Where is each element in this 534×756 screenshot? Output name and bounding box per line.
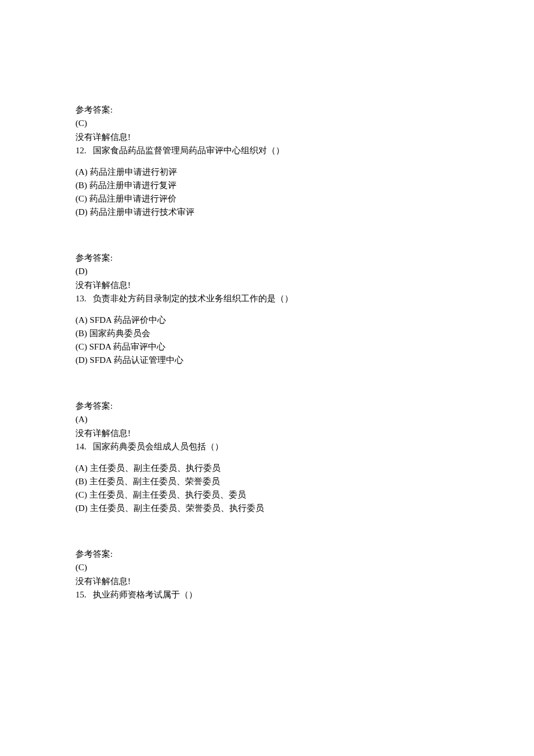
question-line: 13. 负责非处方药目录制定的技术业务组织工作的是（）	[75, 292, 459, 305]
no-detail: 没有详解信息!	[75, 427, 459, 440]
question-text: 国家药典委员会组成人员包括（）	[93, 442, 223, 451]
option-c: (C) SFDA 药品审评中心	[75, 340, 459, 354]
answer-header: 参考答案:	[75, 548, 459, 561]
option-b: (B) 药品注册申请进行复评	[75, 179, 459, 192]
no-detail: 没有详解信息!	[75, 279, 459, 292]
question-text: 负责非处方药目录制定的技术业务组织工作的是（）	[93, 294, 293, 303]
no-detail: 没有详解信息!	[75, 131, 459, 144]
option-d: (D) 主任委员、副主任委员、荣誉委员、执行委员	[75, 502, 459, 515]
question-text: 国家食品药品监督管理局药品审评中心组织对（）	[93, 146, 284, 155]
option-c: (C) 主任委员、副主任委员、执行委员、委员	[75, 488, 459, 502]
answer-value: (A)	[75, 413, 459, 426]
answer-header: 参考答案:	[75, 103, 459, 117]
question-text: 执业药师资格考试属于（）	[93, 590, 197, 599]
option-a: (A) SFDA 药品评价中心	[75, 314, 459, 327]
question-number: 12.	[75, 146, 86, 155]
answer-value: (D)	[75, 265, 459, 278]
question-line: 15. 执业药师资格考试属于（）	[75, 588, 459, 602]
option-a: (A) 药品注册申请进行初评	[75, 165, 459, 179]
no-detail: 没有详解信息!	[75, 575, 459, 588]
option-b: (B) 主任委员、副主任委员、荣誉委员	[75, 475, 459, 488]
option-d: (D) 药品注册申请进行技术审评	[75, 206, 459, 219]
document-page: 参考答案: (C) 没有详解信息! 12. 国家食品药品监督管理局药品审评中心组…	[0, 0, 534, 602]
question-number: 14.	[75, 442, 86, 451]
question-number: 13.	[75, 294, 86, 303]
option-a: (A) 主任委员、副主任委员、执行委员	[75, 462, 459, 475]
answer-header: 参考答案:	[75, 251, 459, 265]
answer-value: (C)	[75, 561, 459, 574]
question-line: 14. 国家药典委员会组成人员包括（）	[75, 440, 459, 453]
option-d: (D) SFDA 药品认证管理中心	[75, 354, 459, 367]
answer-value: (C)	[75, 117, 459, 130]
question-number: 15.	[75, 590, 86, 599]
answer-header: 参考答案:	[75, 399, 459, 413]
question-line: 12. 国家食品药品监督管理局药品审评中心组织对（）	[75, 144, 459, 157]
option-b: (B) 国家药典委员会	[75, 327, 459, 340]
option-c: (C) 药品注册申请进行评价	[75, 192, 459, 206]
